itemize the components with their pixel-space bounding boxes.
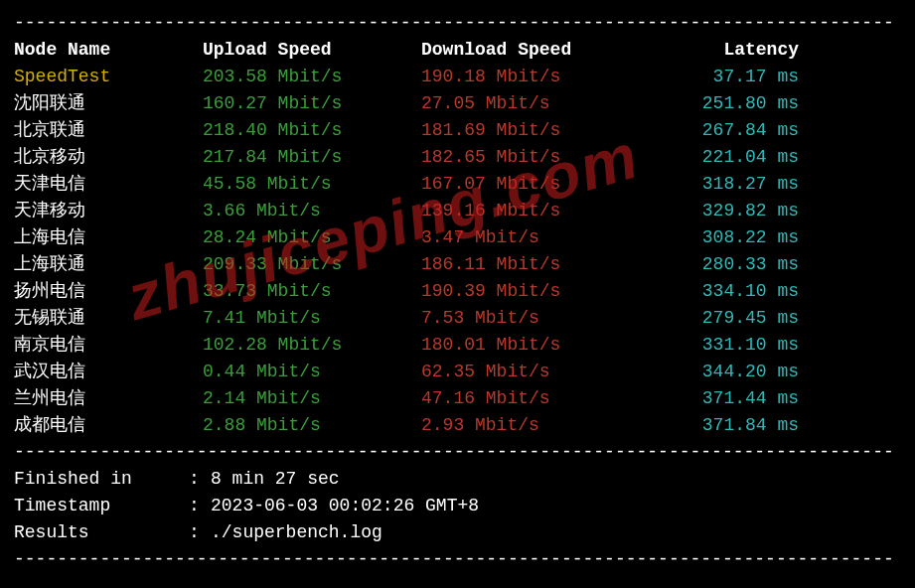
download-speed: 2.93 Mbit/s	[421, 412, 660, 439]
latency: 251.80 ms	[660, 90, 799, 117]
node-name: 上海电信	[14, 224, 203, 251]
node-name: 成都电信	[14, 412, 203, 439]
upload-speed: 0.44 Mbit/s	[203, 359, 421, 385]
footer-results-value: ./superbench.log	[211, 519, 382, 546]
download-speed: 3.47 Mbit/s	[421, 224, 660, 251]
divider-bottom: ----------------------------------------…	[14, 546, 901, 573]
footer-timestamp-value: 2023-06-03 00:02:26 GMT+8	[211, 493, 479, 519]
node-name: 北京联通	[14, 117, 203, 144]
footer-sep: :	[189, 519, 211, 546]
upload-speed: 102.28 Mbit/s	[203, 332, 421, 359]
table-row: 无锡联通7.41 Mbit/s7.53 Mbit/s279.45 ms	[14, 305, 901, 332]
upload-speed: 7.41 Mbit/s	[203, 305, 421, 332]
upload-speed: 33.73 Mbit/s	[203, 278, 421, 305]
divider-mid: ----------------------------------------…	[14, 439, 901, 466]
download-speed: 180.01 Mbit/s	[421, 332, 660, 359]
node-name: 天津移动	[14, 198, 203, 224]
footer-finished-value: 8 min 27 sec	[211, 466, 340, 493]
footer-timestamp-label: Timestamp	[14, 493, 189, 519]
upload-speed: 217.84 Mbit/s	[203, 144, 421, 171]
latency: 308.22 ms	[660, 224, 799, 251]
download-speed: 190.39 Mbit/s	[421, 278, 660, 305]
latency: 371.44 ms	[660, 385, 799, 412]
latency: 267.84 ms	[660, 117, 799, 144]
download-speed: 139.16 Mbit/s	[421, 198, 660, 224]
footer-results: Results : ./superbench.log	[14, 519, 901, 546]
footer-timestamp: Timestamp : 2023-06-03 00:02:26 GMT+8	[14, 493, 901, 519]
table-row: 天津电信45.58 Mbit/s167.07 Mbit/s318.27 ms	[14, 171, 901, 198]
latency: 334.10 ms	[660, 278, 799, 305]
footer-sep: :	[189, 493, 211, 519]
speedtest-name: SpeedTest	[14, 64, 203, 90]
speedtest-upload: 203.58 Mbit/s	[203, 64, 421, 90]
latency: 344.20 ms	[660, 359, 799, 385]
node-name: 扬州电信	[14, 278, 203, 305]
node-name: 北京移动	[14, 144, 203, 171]
node-name: 上海联通	[14, 251, 203, 278]
latency: 371.84 ms	[660, 412, 799, 439]
upload-speed: 2.14 Mbit/s	[203, 385, 421, 412]
upload-speed: 218.40 Mbit/s	[203, 117, 421, 144]
upload-speed: 28.24 Mbit/s	[203, 224, 421, 251]
upload-speed: 45.58 Mbit/s	[203, 171, 421, 198]
node-name: 天津电信	[14, 171, 203, 198]
table-row: 武汉电信0.44 Mbit/s62.35 Mbit/s344.20 ms	[14, 359, 901, 385]
node-name: 沈阳联通	[14, 90, 203, 117]
speedtest-latency: 37.17 ms	[660, 64, 799, 90]
table-body: 沈阳联通160.27 Mbit/s27.05 Mbit/s251.80 ms北京…	[14, 90, 901, 439]
table-row: 南京电信102.28 Mbit/s180.01 Mbit/s331.10 ms	[14, 332, 901, 359]
table-row: 扬州电信33.73 Mbit/s190.39 Mbit/s334.10 ms	[14, 278, 901, 305]
upload-speed: 160.27 Mbit/s	[203, 90, 421, 117]
speedtest-download: 190.18 Mbit/s	[421, 64, 660, 90]
download-speed: 181.69 Mbit/s	[421, 117, 660, 144]
footer-finished: Finished in : 8 min 27 sec	[14, 466, 901, 493]
table-row: 上海电信28.24 Mbit/s3.47 Mbit/s308.22 ms	[14, 224, 901, 251]
latency: 221.04 ms	[660, 144, 799, 171]
download-speed: 182.65 Mbit/s	[421, 144, 660, 171]
upload-speed: 209.33 Mbit/s	[203, 251, 421, 278]
header-latency: Latency	[660, 37, 799, 64]
header-download: Download Speed	[421, 37, 660, 64]
upload-speed: 3.66 Mbit/s	[203, 198, 421, 224]
divider-top: ----------------------------------------…	[14, 10, 901, 37]
header-upload: Upload Speed	[203, 37, 421, 64]
table-header-row: Node Name Upload Speed Download Speed La…	[14, 37, 901, 64]
table-row: 上海联通209.33 Mbit/s186.11 Mbit/s280.33 ms	[14, 251, 901, 278]
upload-speed: 2.88 Mbit/s	[203, 412, 421, 439]
latency: 331.10 ms	[660, 332, 799, 359]
download-speed: 47.16 Mbit/s	[421, 385, 660, 412]
table-row: 兰州电信2.14 Mbit/s47.16 Mbit/s371.44 ms	[14, 385, 901, 412]
latency: 318.27 ms	[660, 171, 799, 198]
footer-sep: :	[189, 466, 211, 493]
table-row: 北京移动217.84 Mbit/s182.65 Mbit/s221.04 ms	[14, 144, 901, 171]
download-speed: 186.11 Mbit/s	[421, 251, 660, 278]
node-name: 南京电信	[14, 332, 203, 359]
download-speed: 7.53 Mbit/s	[421, 305, 660, 332]
speedtest-row: SpeedTest 203.58 Mbit/s 190.18 Mbit/s 37…	[14, 64, 901, 90]
table-row: 北京联通218.40 Mbit/s181.69 Mbit/s267.84 ms	[14, 117, 901, 144]
node-name: 兰州电信	[14, 385, 203, 412]
node-name: 无锡联通	[14, 305, 203, 332]
table-row: 成都电信2.88 Mbit/s2.93 Mbit/s371.84 ms	[14, 412, 901, 439]
node-name: 武汉电信	[14, 359, 203, 385]
download-speed: 27.05 Mbit/s	[421, 90, 660, 117]
latency: 279.45 ms	[660, 305, 799, 332]
footer-finished-label: Finished in	[14, 466, 189, 493]
table-row: 天津移动3.66 Mbit/s139.16 Mbit/s329.82 ms	[14, 198, 901, 224]
download-speed: 167.07 Mbit/s	[421, 171, 660, 198]
header-node: Node Name	[14, 37, 203, 64]
download-speed: 62.35 Mbit/s	[421, 359, 660, 385]
latency: 329.82 ms	[660, 198, 799, 224]
footer-results-label: Results	[14, 519, 189, 546]
latency: 280.33 ms	[660, 251, 799, 278]
table-row: 沈阳联通160.27 Mbit/s27.05 Mbit/s251.80 ms	[14, 90, 901, 117]
